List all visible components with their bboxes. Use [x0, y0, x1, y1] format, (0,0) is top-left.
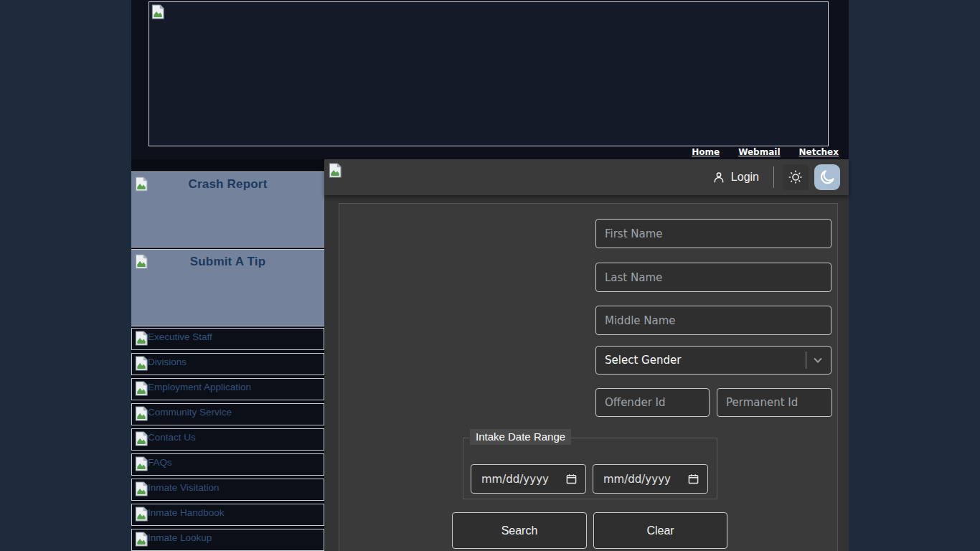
broken-image-icon — [135, 507, 148, 522]
light-theme-button[interactable] — [783, 164, 809, 190]
broken-image-icon — [135, 254, 148, 269]
site-header: Home Webmail Netchex — [131, 0, 849, 159]
sidebar-item-community-service[interactable]: Community Service — [131, 403, 324, 425]
login-label: Login — [731, 171, 759, 184]
app-navbar: Login — [324, 159, 849, 195]
inmate-search-panel: Select Gender Intake Date Range mm/dd/yy… — [339, 203, 838, 551]
broken-image-icon — [329, 163, 341, 178]
sidebar-item-crash-report[interactable]: Crash Report — [131, 171, 324, 248]
navbar-divider — [773, 166, 774, 188]
last-name-input[interactable] — [595, 263, 831, 292]
first-name-input[interactable] — [595, 219, 831, 248]
calendar-icon — [566, 474, 577, 484]
sidebar-link-label: Inmate Lookup — [148, 532, 212, 544]
intake-date-range-fieldset: Intake Date Range mm/dd/yyyy m — [463, 438, 717, 499]
select-divider — [806, 352, 806, 369]
submit-a-tip-label: Submit A Tip — [190, 255, 266, 269]
broken-image-icon — [135, 356, 148, 371]
main-content: Select Gender Intake Date Range mm/dd/yy… — [324, 195, 849, 551]
search-button[interactable]: Search — [452, 512, 587, 549]
sidebar-link-label: Inmate Handbook — [148, 507, 225, 519]
intake-date-from-input[interactable]: mm/dd/yyyy — [471, 464, 586, 494]
broken-image-icon — [135, 406, 148, 421]
header-banner-image — [149, 1, 829, 146]
intake-date-range-label: Intake Date Range — [470, 429, 571, 445]
date-from-value: mm/dd/yyyy — [480, 473, 566, 486]
person-icon — [712, 171, 725, 184]
chevron-down-icon — [814, 357, 822, 363]
broken-image-icon — [135, 456, 148, 471]
sidebar-item-faqs[interactable]: FAQs — [131, 453, 324, 476]
middle-name-input[interactable] — [595, 306, 831, 335]
broken-image-icon — [151, 4, 164, 19]
moon-icon — [819, 169, 836, 186]
sidebar-link-label: Inmate Visitation — [148, 481, 220, 494]
sidebar-link-label: Contact Us — [148, 431, 196, 443]
date-to-value: mm/dd/yyyy — [602, 473, 688, 486]
dark-theme-button[interactable] — [814, 164, 840, 190]
header-link-bar: Home Webmail Netchex — [692, 147, 839, 157]
sidebar-item-inmate-lookup[interactable]: Inmate Lookup — [131, 529, 324, 551]
clear-button[interactable]: Clear — [593, 512, 727, 549]
sidebar-item-inmate-handbook[interactable]: Inmate Handbook — [131, 504, 324, 526]
sidebar-item-contact-us[interactable]: Contact Us — [131, 428, 324, 451]
gender-select[interactable]: Select Gender — [595, 346, 831, 375]
sidebar-item-executive-staff[interactable]: Executive Staff — [131, 328, 324, 350]
login-button[interactable]: Login — [707, 166, 765, 188]
sidebar-link-label: Executive Staff — [148, 331, 212, 343]
broken-image-icon — [135, 331, 148, 346]
gender-selected-value: Select Gender — [605, 354, 806, 367]
page-center-column: Home Webmail Netchex Crash Report Submit… — [131, 0, 849, 551]
sun-icon — [788, 169, 804, 185]
calendar-icon — [688, 474, 699, 484]
sidebar-link-label: Employment Application — [148, 381, 251, 393]
sidebar-link-list: Executive Staff Divisions Employment App… — [131, 328, 324, 551]
main-area: Login — [324, 159, 849, 551]
header-link-netchex[interactable]: Netchex — [799, 147, 839, 157]
sidebar-link-label: FAQs — [148, 456, 172, 468]
broken-image-icon — [135, 176, 148, 192]
sidebar-item-inmate-visitation[interactable]: Inmate Visitation — [131, 479, 324, 501]
sidebar: Crash Report Submit A Tip Executive Staf… — [131, 159, 324, 551]
broken-image-icon — [135, 431, 148, 446]
sidebar-link-label: Divisions — [148, 356, 187, 368]
broken-image-icon — [135, 381, 148, 396]
sidebar-item-employment-application[interactable]: Employment Application — [131, 378, 324, 400]
broken-image-icon — [135, 532, 148, 547]
broken-image-icon — [135, 481, 148, 496]
sidebar-item-submit-a-tip[interactable]: Submit A Tip — [131, 249, 324, 326]
sidebar-item-divisions[interactable]: Divisions — [131, 353, 324, 375]
offender-id-input[interactable] — [595, 388, 710, 417]
intake-date-to-input[interactable]: mm/dd/yyyy — [593, 464, 708, 494]
header-link-home[interactable]: Home — [692, 147, 720, 157]
sidebar-link-label: Community Service — [148, 406, 232, 418]
crash-report-label: Crash Report — [188, 177, 267, 192]
header-link-webmail[interactable]: Webmail — [738, 147, 780, 157]
permanent-id-input[interactable] — [717, 388, 832, 417]
